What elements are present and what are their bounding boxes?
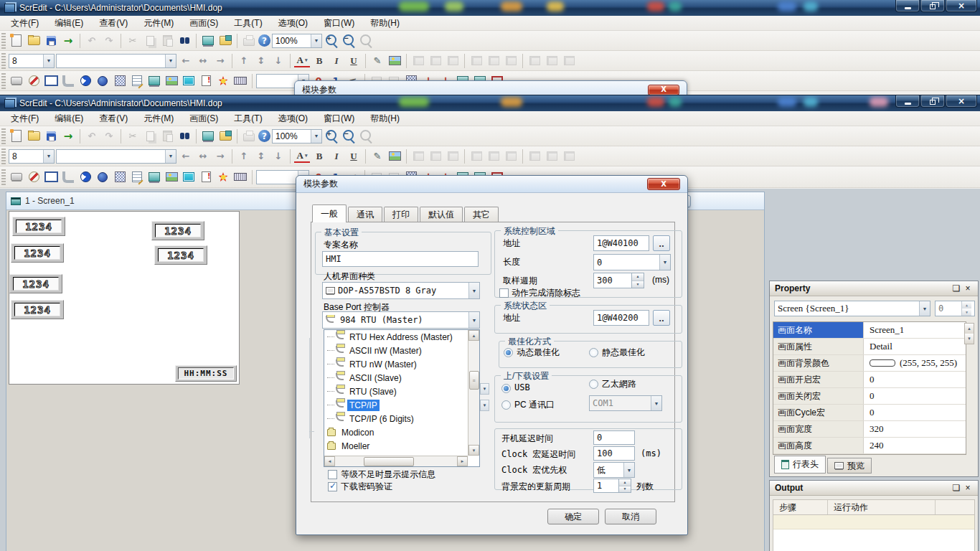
cut-icon[interactable]: ✂ [125,33,141,49]
protocol-list-item[interactable]: Moeller [324,439,468,453]
toolbar-grip[interactable] [1,169,6,185]
scrollbar-thumb[interactable] [364,457,414,466]
numeric-display-element[interactable]: 1234 [9,274,62,293]
property-row[interactable]: 画面属性 Detail [773,339,966,355]
clock-delay-input[interactable]: 100 [593,446,635,461]
menu-item[interactable]: 窗口(W) [316,16,362,31]
tab-defaults[interactable]: 默认值 [420,207,463,222]
find-icon[interactable] [176,128,192,144]
close-icon[interactable]: × [963,483,973,493]
zoom-in-icon[interactable]: + [324,128,339,144]
menu-item[interactable]: 帮助(H) [362,16,407,31]
toolbar-grip[interactable] [1,128,6,144]
zoom-out-icon[interactable]: − [341,128,357,144]
export-icon[interactable]: → [60,33,76,49]
new-screen-icon[interactable] [200,128,216,144]
help-icon[interactable]: ? [258,34,270,47]
element-pattern-icon[interactable] [112,169,128,185]
control-address-input[interactable]: 1@W40100 [593,235,649,251]
cancel-button[interactable]: 取消 [605,509,656,524]
boot-delay-input[interactable]: 0 [593,430,635,445]
list-vertical-scrollbar[interactable]: ▲ ≡ ▼ [468,330,479,456]
toolbar-grip[interactable] [1,149,6,164]
minimize-button[interactable] [895,0,920,12]
fit-both-icon[interactable] [445,53,461,69]
new-screen-icon[interactable] [200,33,216,49]
center-vertical-icon[interactable]: ↕ [253,149,269,164]
open-file-icon[interactable] [26,33,42,49]
move-right-icon[interactable]: → [212,53,228,69]
scroll-left-icon[interactable]: ◄ [324,456,335,466]
italic-icon[interactable]: I [329,149,344,164]
bg-macro-spinner[interactable]: ▲▼ [619,479,631,493]
move-up-icon[interactable]: ↑ [236,53,252,69]
pen-style-icon[interactable]: ✎ [369,53,385,69]
menu-item[interactable]: 查看(V) [91,111,136,126]
menu-item[interactable]: 文件(F) [3,111,47,126]
move-left-icon[interactable]: ← [178,53,194,69]
center-vertical-icon[interactable]: ↕ [253,53,269,69]
picture-icon[interactable] [387,149,402,164]
font-color-icon[interactable]: A [294,55,310,67]
toolbar-grip[interactable] [1,33,6,49]
find-icon[interactable] [176,33,192,49]
numeric-display-element[interactable]: 1234 [12,217,65,236]
align-right-icon[interactable] [503,53,519,69]
dialog-titlebar[interactable]: 模块参数 X [296,176,687,193]
element-button-icon[interactable] [9,169,24,185]
clear-flag-checkbox[interactable] [499,288,509,298]
open-file-icon[interactable] [26,128,42,144]
move-left-icon[interactable]: ← [178,149,194,164]
print-icon[interactable] [241,128,257,144]
download-password-checkbox[interactable] [328,482,337,491]
align-bottom-icon[interactable] [561,53,577,69]
menu-item[interactable]: 文件(F) [3,16,47,31]
element-screen-icon[interactable] [146,73,162,89]
undo-icon[interactable]: ↶ [84,128,100,144]
align-right-icon[interactable] [503,149,519,164]
float-panel-icon[interactable]: ❏ [951,283,961,293]
numeric-display-element[interactable]: 1234 [151,221,204,240]
open-screen-icon[interactable] [217,33,233,49]
italic-icon[interactable]: I [329,53,344,69]
tab-other[interactable]: 其它 [464,207,499,222]
usb-radio[interactable] [501,384,511,393]
dynamic-optimize-radio[interactable] [504,348,513,357]
property-row[interactable]: 画面背景颜色 (255, 255, 255) [773,355,966,372]
menu-item[interactable]: 工具(T) [226,16,270,31]
element-animation-icon[interactable] [215,169,231,185]
property-panel-header[interactable]: Property ❏ × [770,281,978,296]
text-combo[interactable]: ▼ [56,54,176,68]
element-button-icon[interactable] [9,73,24,89]
restore-button[interactable] [920,95,945,108]
align-center-icon[interactable] [486,53,501,69]
hmi-type-combo[interactable]: DOP-AS57BSTD 8 Gray ▼ [322,282,480,299]
align-bottom-icon[interactable] [561,149,577,164]
close-button[interactable]: × [946,95,977,108]
menu-item[interactable]: 编辑(E) [47,111,91,126]
column-action[interactable]: 运行动作 [828,500,936,514]
protocol-list-item[interactable]: ASCII nW (Master) [324,344,468,357]
color-swatch[interactable] [870,359,895,367]
underline-icon[interactable]: U [346,53,362,69]
element-screen-icon[interactable] [146,169,162,185]
menu-item[interactable]: 窗口(W) [316,111,362,126]
protocol-list-item[interactable]: RTU (Slave) [324,385,468,398]
paste-icon[interactable] [159,33,175,49]
element-curve-icon[interactable] [181,169,197,185]
address-browse-button[interactable]: .. [653,310,670,326]
column-step[interactable]: 步骤 [773,500,828,514]
close-icon[interactable]: X [648,85,679,95]
fit-both-icon[interactable] [445,149,461,164]
tab-preview[interactable]: 预览 [827,458,872,474]
fit-width-icon[interactable] [410,53,426,69]
fit-height-icon[interactable] [428,53,443,69]
zoom-combo[interactable]: 100%▼ [272,129,322,143]
open-screen-icon[interactable] [217,128,233,144]
element-pipe-icon[interactable] [60,169,76,185]
zoom-out-icon[interactable]: − [341,33,357,49]
paste-icon[interactable] [159,128,175,144]
element-input-icon[interactable] [129,169,145,185]
menu-item[interactable]: 查看(V) [91,16,136,31]
new-file-icon[interactable] [9,33,24,49]
